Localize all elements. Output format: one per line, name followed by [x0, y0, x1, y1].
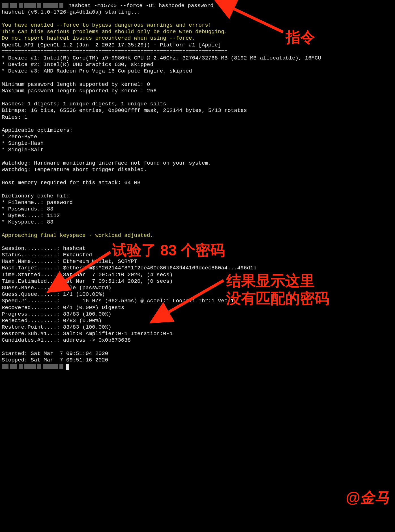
dict-keyspace: * Keyspace..: 83: [2, 219, 393, 225]
blank: [2, 239, 393, 245]
blank: [2, 344, 393, 350]
host-memory: Host memory required for this attack: 64…: [2, 180, 393, 186]
dict-bytes: * Bytes.....: 1112: [2, 212, 393, 219]
device-3: * Device #3: AMD Radeon Pro Vega 16 Comp…: [2, 68, 393, 75]
blank: [2, 173, 393, 180]
stat-time-estimated: Time.Estimated...: Sat Mar 7 09:51:14 20…: [2, 278, 393, 285]
blank: [2, 75, 393, 81]
warn-line-3: Do not report hashcat issues encountered…: [2, 35, 393, 42]
opt-zero-byte: * Zero-Byte: [2, 134, 393, 140]
watchdog-2: Watchdog: Temperature abort trigger disa…: [2, 167, 393, 173]
hrule: ========================================…: [2, 48, 393, 55]
stat-guess-queue: Guess.Queue......: 1/1 (100.00%): [2, 291, 393, 298]
started-line: Started: Sat Mar 7 09:51:04 2020: [2, 350, 393, 357]
prompt-line-2[interactable]: [2, 363, 393, 370]
rules-line: Rules: 1: [2, 114, 393, 121]
dict-passwords: * Passwords.: 83: [2, 206, 393, 212]
prompt-redacted: [2, 363, 65, 370]
stat-guess-base: Guess.Base.......: File (password): [2, 285, 393, 291]
starting-line: hashcat (v5.1.0-1726-ga4db1a0a) starting…: [2, 9, 393, 16]
applopt-header: Applicable optimizers:: [2, 127, 393, 134]
opt-single-salt: * Single-Salt: [2, 147, 393, 153]
prompt-redacted: [2, 2, 65, 9]
terminal-window: hashcat -m15700 --force -D1 hashcode pas…: [0, 0, 395, 532]
cursor-icon: [66, 364, 69, 370]
warn-line-2: This can hide serious problems and shoul…: [2, 29, 393, 35]
stat-progress: Progress.........: 83/83 (100.00%): [2, 311, 393, 318]
device-1: * Device #1: Intel(R) Core(TM) i9-9980HK…: [2, 55, 393, 61]
hashes-line: Hashes: 1 digests; 1 unique digests, 1 u…: [2, 101, 393, 107]
blank: [2, 186, 393, 193]
stat-hash-name: Hash.Name........: Ethereum Wallet, SCRY…: [2, 258, 393, 265]
blank: [2, 16, 393, 22]
stat-time-started: Time.Started.....: Sat Mar 7 09:51:10 20…: [2, 272, 393, 278]
warn-line-1: You have enabled --force to bypass dange…: [2, 22, 393, 29]
stat-restore-sub: Restore.Sub.#1...: Salt:0 Amplifier:0-1 …: [2, 331, 393, 337]
command-text: hashcat -m15700 --force -D1 hashcode pas…: [65, 3, 214, 9]
blank: [2, 154, 393, 160]
stat-recovered: Recovered........: 0/1 (0.00%) Digests: [2, 305, 393, 311]
watchdog-1: Watchdog: Hardware monitoring interface …: [2, 160, 393, 167]
stat-speed: Speed.#1.........: 16 H/s (662.53ms) @ A…: [2, 298, 393, 304]
stat-session: Session..........: hashcat: [2, 245, 393, 252]
blank: [2, 225, 393, 232]
dict-filename: * Filename..: password: [2, 199, 393, 206]
blank: [2, 94, 393, 101]
opencl-line: OpenCL API (OpenCL 1.2 (Jan 2 2020 17:35…: [2, 42, 393, 48]
device-2: * Device #2: Intel(R) UHD Graphics 630, …: [2, 61, 393, 68]
stopped-line: Stopped: Sat Mar 7 09:51:16 2020: [2, 357, 393, 363]
blank: [2, 121, 393, 127]
annotation-signature: @金马: [345, 489, 389, 507]
max-pw: Maximum password length supported by ker…: [2, 88, 393, 94]
bitmaps-line: Bitmaps: 16 bits, 65536 entries, 0x0000f…: [2, 107, 393, 114]
stat-candidates: Candidates.#1....: address -> 0x0b573638: [2, 337, 393, 344]
prompt-line: hashcat -m15700 --force -D1 hashcode pas…: [2, 2, 393, 9]
stat-status: Status...........: Exhausted: [2, 252, 393, 258]
stat-rejected: Rejected.........: 0/83 (0.00%): [2, 318, 393, 324]
min-pw: Minimum password length supported by ker…: [2, 81, 393, 88]
opt-single-hash: * Single-Hash: [2, 140, 393, 147]
dict-hit-header: Dictionary cache hit:: [2, 193, 393, 199]
stat-hash-target: Hash.Target......: $ethereum$s*262144*8*…: [2, 265, 393, 271]
approaching-line: Approaching final keyspace - workload ad…: [2, 232, 393, 239]
stat-restore-point: Restore.Point....: 83/83 (100.00%): [2, 324, 393, 331]
